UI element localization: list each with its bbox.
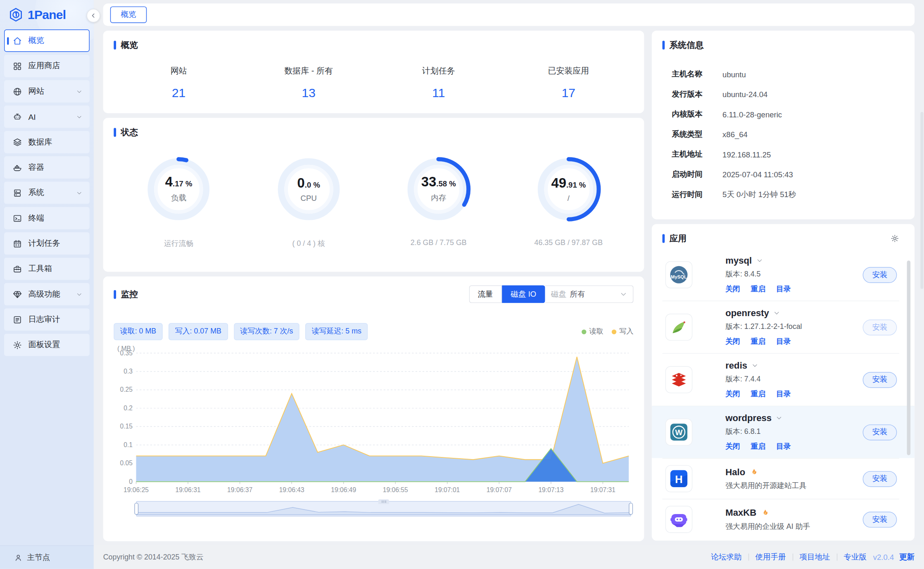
- stat-value[interactable]: 21: [114, 86, 244, 100]
- gauge-负载: 4.17 % 负载 运行流畅: [114, 155, 244, 249]
- update-link[interactable]: 更新: [899, 552, 914, 562]
- app-actions: 关闭重启目录: [725, 442, 862, 452]
- app-action-关闭[interactable]: 关闭: [725, 284, 740, 294]
- app-name-text: openresty: [725, 308, 769, 319]
- app-name-text: mysql: [725, 255, 752, 266]
- title-accent-bar: [663, 234, 665, 243]
- sidebar-item-ai[interactable]: AI: [4, 105, 90, 128]
- chevron-down-icon: [773, 309, 780, 317]
- server-icon: [12, 188, 22, 198]
- app-action-重启[interactable]: 重启: [751, 442, 766, 452]
- left-column: 概览 网站 21数据库 - 所有 13计划任务 11已安装应用 17 状态: [103, 31, 644, 541]
- container-icon: [12, 162, 22, 172]
- datazoom-grip[interactable]: [378, 499, 389, 504]
- sidebar-item-label: 计划任务: [28, 238, 60, 249]
- legend-dot: [612, 329, 616, 334]
- version-label: v2.0.4: [873, 552, 894, 561]
- app-name[interactable]: Halo: [725, 467, 862, 477]
- sidebar-item-advanced[interactable]: 高级功能: [4, 283, 90, 305]
- sidebar-item-logs[interactable]: 日志审计: [4, 308, 90, 331]
- sidebar-collapse-button[interactable]: [87, 9, 100, 22]
- gauge-value: 49.91 %: [551, 176, 586, 190]
- app-action-目录[interactable]: 目录: [776, 337, 791, 347]
- legend-item-写入[interactable]: 写入: [612, 326, 634, 336]
- app-action-关闭[interactable]: 关闭: [725, 389, 740, 399]
- app-name[interactable]: mysql: [725, 255, 862, 266]
- app-action-重启[interactable]: 重启: [751, 337, 766, 347]
- sidebar-item-overview[interactable]: 概览: [4, 29, 90, 52]
- install-button[interactable]: 安装: [863, 319, 897, 336]
- svg-text:0: 0: [129, 478, 133, 485]
- sidebar-item-app-store[interactable]: 应用商店: [4, 55, 90, 77]
- app-action-重启[interactable]: 重启: [751, 284, 766, 294]
- footer-link-使用手册[interactable]: 使用手册: [755, 552, 786, 562]
- app-action-关闭[interactable]: 关闭: [725, 337, 740, 347]
- app-name[interactable]: wordpress: [725, 413, 862, 424]
- datazoom-handle-right[interactable]: [629, 503, 633, 515]
- gauge-label: CPU: [301, 194, 317, 202]
- sidebar-item-settings[interactable]: 面板设置: [4, 333, 90, 356]
- globe-icon: [12, 86, 22, 96]
- install-button[interactable]: 安装: [863, 471, 897, 487]
- flame-icon: [760, 508, 769, 517]
- svg-text:19:06:55: 19:06:55: [383, 486, 408, 493]
- diamond-icon: [12, 289, 22, 299]
- gauge-value: 0.0 %: [297, 176, 320, 190]
- chart-datazoom-slider[interactable]: [136, 501, 631, 517]
- stat-3: 已安装应用 17: [504, 66, 634, 100]
- monitor-mode-流量[interactable]: 流量: [469, 286, 502, 303]
- app-name[interactable]: MaxKB: [725, 507, 862, 518]
- system-info-value: ubuntu-24.04: [722, 90, 767, 99]
- monitor-card: 监控 流量磁盘 IO 磁盘 所有: [103, 276, 644, 541]
- app-name[interactable]: openresty: [725, 308, 862, 319]
- gauge-内存: 33.58 % 内存 2.6 GB / 7.75 GB: [374, 155, 504, 249]
- user-icon: [14, 553, 22, 562]
- legend-item-读取[interactable]: 读取: [582, 326, 603, 336]
- sidebar-item-database[interactable]: 数据库: [4, 131, 90, 153]
- apps-scrollbar[interactable]: [907, 261, 911, 455]
- sidebar-item-toolbox[interactable]: 工具箱: [4, 257, 90, 280]
- stat-value[interactable]: 11: [374, 86, 504, 100]
- datazoom-handle-left[interactable]: [134, 503, 138, 515]
- app-action-目录[interactable]: 目录: [776, 442, 791, 452]
- sidebar-item-label: 数据库: [28, 137, 52, 148]
- sidebar-item-terminal[interactable]: 终端: [4, 207, 90, 229]
- install-button[interactable]: 安装: [863, 424, 897, 440]
- sidebar-item-website[interactable]: 网站: [4, 80, 90, 102]
- sidebar-item-cronjob[interactable]: 计划任务: [4, 232, 90, 255]
- apps-settings-gear-icon[interactable]: [891, 234, 899, 243]
- install-button[interactable]: 安装: [863, 267, 897, 283]
- app-action-重启[interactable]: 重启: [751, 389, 766, 399]
- footer-link-项目地址[interactable]: 项目地址: [799, 552, 830, 562]
- page-scrollbar[interactable]: [920, 112, 923, 289]
- footer-node-label: 主节点: [27, 552, 50, 563]
- overview-title-text: 概览: [121, 40, 138, 51]
- monitor-mode-磁盘 IO[interactable]: 磁盘 IO: [502, 286, 545, 303]
- svg-text:0.2: 0.2: [124, 405, 133, 412]
- monitor-badge-row: 读取: 0 MB写入: 0.07 MB读写次数: 7 次/s读写延迟: 5 ms…: [114, 323, 633, 340]
- footer-link-论坛求助[interactable]: 论坛求助: [711, 552, 741, 562]
- install-button[interactable]: 安装: [863, 512, 897, 528]
- app-action-目录[interactable]: 目录: [776, 284, 791, 294]
- footer-node[interactable]: 主节点: [0, 545, 94, 569]
- app-action-关闭[interactable]: 关闭: [725, 442, 740, 452]
- sidebar-item-system[interactable]: 系统: [4, 181, 90, 204]
- sidebar-item-container[interactable]: 容器: [4, 156, 90, 179]
- system-info-label: 主机地址: [672, 149, 722, 160]
- stat-value[interactable]: 17: [504, 86, 634, 100]
- footer-main: Copyright © 2014-2025 飞致云 论坛求助使用手册项目地址专业…: [94, 545, 924, 569]
- app-name[interactable]: redis: [725, 360, 862, 371]
- stat-value[interactable]: 13: [244, 86, 374, 100]
- 1panel-dashboard: 1Panel 概览应用商店网站AI数据库容器系统终端计划任务工具箱高级功能日志审…: [0, 0, 924, 569]
- app-row-Halo: H Halo 强大易用的开源建站工具 安装: [663, 458, 900, 499]
- system-info-value: 6.11.0-28-generic: [722, 110, 782, 119]
- app-action-目录[interactable]: 目录: [776, 389, 791, 399]
- install-button[interactable]: 安装: [863, 372, 897, 388]
- footer-link-专业版[interactable]: 专业版: [843, 552, 867, 562]
- tab-overview[interactable]: 概览: [110, 7, 147, 23]
- chevron-down-icon: [76, 190, 83, 196]
- stat-label: 网站: [114, 66, 244, 77]
- app-actions: 关闭重启目录: [725, 284, 862, 294]
- io-badge: 读写延迟: 5 ms: [305, 323, 368, 340]
- disk-select[interactable]: 磁盘 所有: [545, 286, 634, 303]
